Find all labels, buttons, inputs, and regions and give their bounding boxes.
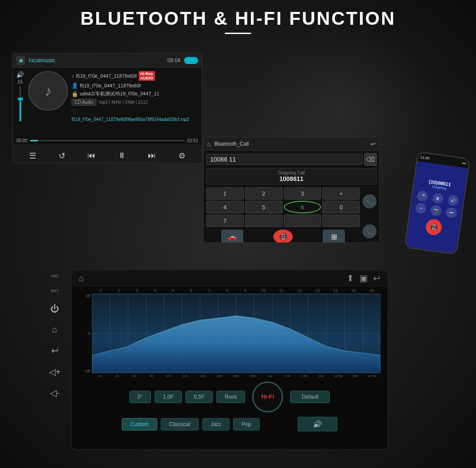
music-note-icon: ♪	[45, 83, 52, 99]
preset-pop-button[interactable]: Pop	[233, 418, 259, 430]
power-button[interactable]: ⏻	[50, 304, 59, 314]
vol-up-button[interactable]: ◁+	[49, 366, 61, 377]
car-left-panel: MIC RST ⏻ ⌂ ↩ ◁+ ◁-	[39, 269, 71, 450]
freq-12-5k: 12.5k	[330, 374, 347, 378]
outgoing-call-box: Outgoing Call 1008611	[206, 168, 377, 185]
key-1[interactable]: 1	[206, 187, 244, 200]
track-filename2: f519_f70e_0447_11879e60f	[80, 83, 141, 88]
preset-classical-button[interactable]: Classical	[161, 418, 199, 430]
key-plus[interactable]: +	[322, 187, 360, 200]
track-filename1: f519_f70e_0447_11879e60f	[76, 73, 137, 79]
title-underline	[225, 33, 251, 34]
eq-chart[interactable]	[92, 294, 381, 373]
prev-button[interactable]: ⏮	[87, 151, 95, 160]
freq-10k: 10k	[313, 374, 329, 378]
eq-button[interactable]: ⚙	[178, 151, 185, 161]
phone-caller-screen: (10)08611 Outgoing 🎤 ⊞ 🔊 + 📷 ••• 📵	[405, 161, 468, 254]
keypad-toggle-button[interactable]: ⊞	[323, 230, 345, 243]
phone-mute-btn[interactable]: 🎤	[417, 190, 429, 202]
eq-presets-row2: Custom Classical Jazz Pop 🔊	[72, 416, 388, 435]
mic-label: MIC	[51, 274, 59, 278]
db-0-label: 0	[79, 331, 92, 336]
reject-call-button[interactable]: 📞	[363, 224, 377, 238]
preset-0deg-button[interactable]: 0°	[129, 391, 151, 403]
track-filename-row1: ♪ f519_f70e_0447_11879e60f Hi-ResAUDIO	[72, 71, 198, 81]
freq-500: 500	[245, 374, 261, 378]
volume-track[interactable]	[19, 86, 21, 121]
vol-down-button[interactable]: ◁-	[50, 388, 60, 398]
freq-160: 160	[211, 374, 227, 378]
playlist-button[interactable]: ☰	[29, 151, 36, 161]
answer-call-button[interactable]: 📞	[363, 194, 377, 208]
preset-rock-button[interactable]: Rock	[216, 391, 245, 403]
track-filename-row2: 👤 f519_f70e_0447_11879e60f	[72, 83, 198, 89]
preset-0-5f-button[interactable]: 0.5F	[185, 391, 213, 403]
col-5: 5	[164, 288, 182, 293]
bt-titlebar: ⌂ Bluetooth_Call ↩	[204, 137, 379, 151]
phone-number-display[interactable]: 10086 11	[206, 154, 363, 165]
home-side-button[interactable]: ⌂	[52, 325, 57, 335]
delete-digit-button[interactable]: ⌫	[364, 153, 377, 166]
col-2: 2	[110, 288, 128, 293]
key-7[interactable]: 7	[206, 215, 244, 227]
eq-graph-area: 15 0 -15	[72, 294, 388, 373]
phone-end-call-btn[interactable]: 📵	[425, 218, 443, 236]
col-8: 8	[218, 288, 236, 293]
track-info: ♪ f519_f70e_0447_11879e60f Hi-ResAUDIO 👤…	[68, 71, 198, 133]
preset-custom-button[interactable]: Custom	[122, 418, 157, 430]
eq-col-numbers: 1 2 3 4 5 6 7 8 9 10 11 12 13 14 15 16	[72, 287, 388, 293]
hifi-text: Hi-Fi	[261, 393, 274, 400]
key-empty1	[245, 215, 283, 227]
heart-icon[interactable]: ♡	[72, 108, 198, 115]
play-pause-button[interactable]: ⏸	[118, 151, 126, 160]
playback-controls: ☰ ↺ ⏮ ⏸ ⏭ ⚙	[13, 145, 202, 163]
next-button[interactable]: ⏭	[148, 151, 156, 160]
preset-jazz-button[interactable]: Jazz	[202, 418, 230, 430]
note-icon: ♪	[72, 73, 74, 79]
volume-level: 15	[17, 79, 23, 84]
eq-right-buttons: Default	[290, 391, 330, 403]
music-player-toggle[interactable]	[184, 57, 198, 64]
hires-badge: Hi-ResAUDIO	[139, 71, 155, 81]
col-10: 10	[254, 288, 272, 293]
bt-body: 10086 11 ⌫ Outgoing Call 1008611 1 2 3 +…	[204, 151, 379, 243]
key-2[interactable]: 2	[245, 187, 283, 200]
key-6[interactable]: 6	[284, 201, 321, 213]
car-back-icon[interactable]: ↩	[373, 273, 381, 283]
preset-1f-button[interactable]: 1.0F	[155, 391, 182, 403]
car-home-icon[interactable]: ⌂	[79, 273, 84, 283]
number-input-row: 10086 11 ⌫	[206, 153, 377, 166]
phone-add-btn[interactable]: +	[415, 202, 427, 214]
cd-meta-row: CD Audio mp3 | 4kHz | 24bit | 2112	[72, 99, 198, 106]
default-button[interactable]: Default	[290, 391, 330, 403]
album-art: ♪	[28, 71, 68, 111]
phone-speaker-btn[interactable]: 🔊	[447, 194, 459, 206]
repeat-button[interactable]: ↺	[59, 151, 65, 161]
volume-control: 🔊 15	[16, 71, 24, 133]
key-4[interactable]: 4	[206, 201, 244, 213]
cd-badge: CD Audio	[72, 99, 96, 106]
phone-facetime-btn[interactable]: 📷	[430, 204, 442, 216]
end-call-button[interactable]: 📵	[273, 230, 293, 243]
key-0[interactable]: 0	[322, 201, 360, 213]
car-mode-button[interactable]: 🚗	[221, 230, 243, 243]
grid-top	[92, 294, 380, 294]
call-actions: 🚗 📵 ⊞	[206, 230, 360, 243]
back-side-button[interactable]: ↩	[51, 345, 59, 356]
hifi-badge: Hi-Fi	[252, 381, 283, 412]
freq-15k: 15k	[347, 374, 363, 378]
rst-label: RST	[51, 289, 59, 293]
key-5[interactable]: 5	[245, 201, 283, 213]
volume-thumb	[18, 98, 23, 100]
car-up-icon[interactable]: ⬆	[347, 273, 354, 283]
phone-more-btn[interactable]: •••	[445, 207, 457, 219]
progress-track[interactable]	[30, 140, 185, 141]
keypad: 1 2 3 + 4 5 6 0 7	[206, 187, 360, 227]
sound-effect-button[interactable]: 🔊	[298, 417, 337, 431]
key-3[interactable]: 3	[284, 187, 321, 200]
col-11: 11	[272, 288, 291, 293]
car-window-icon[interactable]: ▣	[359, 273, 368, 283]
phone-keypad-btn[interactable]: ⊞	[432, 192, 444, 204]
col-13: 13	[309, 288, 327, 293]
music-player-title: localmusic	[29, 57, 167, 64]
